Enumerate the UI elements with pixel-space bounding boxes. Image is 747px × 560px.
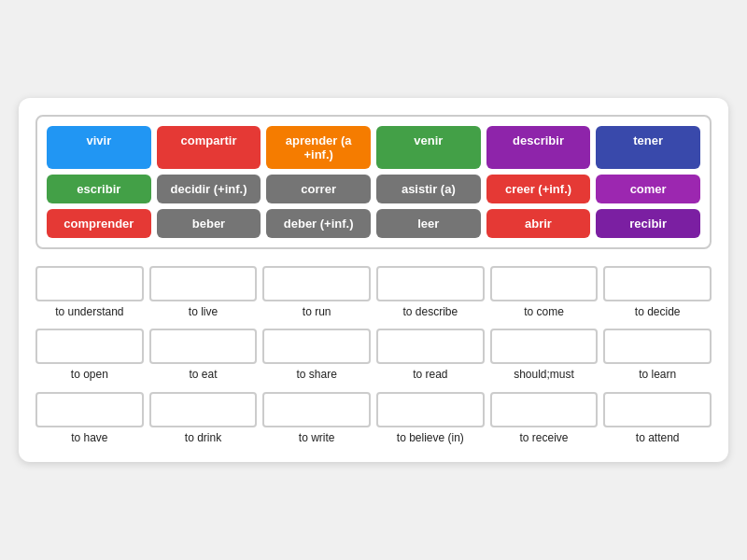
drop-box-m10[interactable]	[376, 329, 485, 364]
word-tile-compartir[interactable]: compartir	[157, 126, 261, 169]
drop-box-m13[interactable]	[35, 392, 144, 427]
drop-box-m16[interactable]	[376, 392, 485, 427]
match-label-m11: should;must	[514, 368, 574, 383]
match-item-m14: to drink	[149, 392, 258, 446]
match-item-m11: should;must	[490, 329, 599, 383]
word-tile-describir[interactable]: describir	[486, 126, 591, 169]
word-tile-leer[interactable]: leer	[376, 209, 481, 238]
word-tile-correr[interactable]: correr	[266, 175, 371, 203]
drop-box-m17[interactable]	[490, 392, 599, 427]
word-tile-escribir[interactable]: escribir	[47, 175, 151, 203]
match-label-m3: to run	[303, 305, 331, 320]
match-row-1: to opento eatto shareto readshould;mustt…	[35, 329, 712, 383]
match-item-m13: to have	[35, 392, 144, 446]
word-tile-venir[interactable]: venir	[376, 126, 481, 169]
match-row-0: to understandto liveto runto describeto …	[35, 266, 712, 320]
drop-box-m4[interactable]	[376, 266, 485, 301]
word-tile-recibir[interactable]: recibir	[596, 209, 700, 238]
match-item-m16: to believe (in)	[376, 392, 485, 446]
match-label-m15: to write	[299, 431, 335, 446]
word-tile-vivir[interactable]: vivir	[47, 126, 151, 169]
match-item-m1: to understand	[35, 266, 144, 320]
match-item-m18: to attend	[603, 392, 712, 446]
word-tile-aprender[interactable]: aprender (a +inf.)	[266, 126, 371, 169]
drop-box-m15[interactable]	[262, 392, 371, 427]
match-label-m6: to decide	[635, 305, 681, 320]
drop-box-m9[interactable]	[262, 329, 371, 364]
match-section: to understandto liveto runto describeto …	[35, 266, 712, 446]
match-label-m2: to live	[189, 305, 218, 320]
word-bank: vivircompartiraprender (a +inf.)venirdes…	[35, 115, 712, 249]
match-label-m17: to receive	[519, 431, 568, 446]
match-item-m10: to read	[376, 329, 485, 383]
match-label-m18: to attend	[636, 431, 680, 446]
drop-box-m14[interactable]	[149, 392, 258, 427]
word-tile-comer[interactable]: comer	[596, 175, 700, 203]
drop-box-m18[interactable]	[603, 392, 712, 427]
match-item-m8: to eat	[149, 329, 258, 383]
match-label-m10: to read	[413, 368, 447, 383]
match-row-2: to haveto drinkto writeto believe (in)to…	[35, 392, 712, 446]
drop-box-m8[interactable]	[149, 329, 258, 364]
match-label-m14: to drink	[185, 431, 221, 446]
word-tile-comprender[interactable]: comprender	[47, 209, 151, 238]
drop-box-m11[interactable]	[490, 329, 599, 364]
match-item-m15: to write	[262, 392, 371, 446]
match-item-m2: to live	[149, 266, 258, 320]
match-item-m12: to learn	[603, 329, 712, 383]
drop-box-m3[interactable]	[262, 266, 371, 301]
match-item-m5: to come	[490, 266, 599, 320]
main-container: vivircompartiraprender (a +inf.)venirdes…	[19, 98, 728, 463]
drop-box-m6[interactable]	[603, 266, 712, 301]
match-label-m7: to open	[71, 368, 108, 383]
word-tile-beber[interactable]: beber	[157, 209, 261, 238]
match-label-m9: to share	[296, 368, 336, 383]
drop-box-m7[interactable]	[35, 329, 144, 364]
word-tile-creer[interactable]: creer (+inf.)	[486, 175, 591, 203]
match-label-m8: to eat	[189, 368, 217, 383]
word-tile-tener[interactable]: tener	[596, 126, 700, 169]
match-label-m1: to understand	[55, 305, 123, 320]
match-item-m7: to open	[35, 329, 144, 383]
word-tile-abrir[interactable]: abrir	[486, 209, 591, 238]
match-item-m4: to describe	[376, 266, 485, 320]
match-label-m13: to have	[71, 431, 107, 446]
match-item-m17: to receive	[490, 392, 599, 446]
drop-box-m12[interactable]	[603, 329, 712, 364]
drop-box-m2[interactable]	[149, 266, 258, 301]
match-item-m6: to decide	[603, 266, 712, 320]
match-item-m3: to run	[262, 266, 371, 320]
match-label-m16: to believe (in)	[397, 431, 464, 446]
match-label-m4: to describe	[402, 305, 458, 320]
word-tile-deber[interactable]: deber (+inf.)	[266, 209, 371, 238]
match-label-m12: to learn	[639, 368, 676, 383]
match-label-m5: to come	[524, 305, 564, 320]
match-item-m9: to share	[262, 329, 371, 383]
word-tile-decidir[interactable]: decidir (+inf.)	[157, 175, 261, 203]
drop-box-m5[interactable]	[490, 266, 599, 301]
word-tile-asistir[interactable]: asistir (a)	[376, 175, 481, 203]
drop-box-m1[interactable]	[35, 266, 144, 301]
